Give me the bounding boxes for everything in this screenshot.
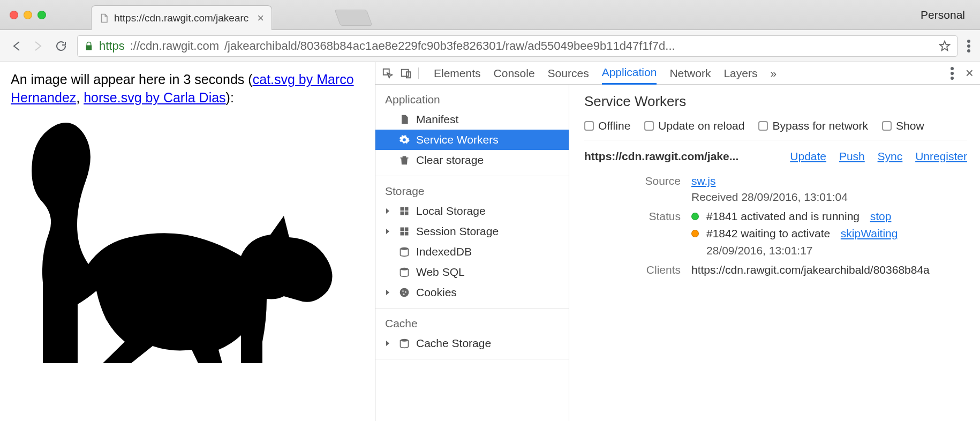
tab-network[interactable]: Network: [669, 63, 711, 84]
reload-button[interactable]: [55, 40, 67, 52]
sidebar-item-local-storage[interactable]: Local Storage: [375, 201, 569, 221]
application-sidebar: Application Manifest Service Workers Cle…: [375, 85, 569, 421]
url-path: /jakearchibald/80368b84ac1ae8e229fc90b3f…: [224, 39, 675, 53]
database-icon: [399, 246, 410, 257]
svg-point-1: [401, 268, 409, 270]
link-sw-source[interactable]: sw.js: [691, 175, 716, 187]
database-icon: [399, 267, 410, 277]
tabs-overflow-icon[interactable]: »: [770, 63, 777, 84]
device-toggle-icon[interactable]: [400, 67, 412, 79]
sidebar-item-manifest[interactable]: Manifest: [375, 109, 569, 130]
minimize-window-icon[interactable]: [24, 11, 32, 19]
sidebar-item-clear-storage[interactable]: Clear storage: [375, 150, 569, 170]
devtools-tabbar: Elements Console Sources Application Net…: [375, 62, 980, 85]
sidebar-section-application: Application: [375, 90, 569, 109]
devtools-menu-icon[interactable]: [951, 67, 954, 80]
label-status: Status: [584, 210, 691, 257]
action-sync[interactable]: Sync: [878, 150, 903, 162]
sidebar-section-cache: Cache: [375, 314, 569, 333]
sw-received: Received 28/09/2016, 13:01:04: [691, 191, 967, 204]
file-icon: [99, 12, 109, 24]
profile-label[interactable]: Personal: [921, 9, 965, 21]
action-unregister[interactable]: Unregister: [915, 150, 967, 162]
gear-icon: [399, 134, 410, 145]
service-workers-panel: Service Workers Offline Update on reload…: [569, 85, 980, 421]
forward-button: [32, 40, 45, 52]
svg-point-6: [401, 339, 409, 342]
action-update[interactable]: Update: [790, 150, 826, 162]
sidebar-item-session-storage[interactable]: Session Storage: [375, 221, 569, 242]
sidebar-item-websql[interactable]: Web SQL: [375, 262, 569, 282]
panel-title: Service Workers: [584, 93, 967, 110]
database-icon: [399, 338, 410, 349]
url-host: ://cdn.rawgit.com: [130, 39, 219, 53]
tab-layers[interactable]: Layers: [723, 63, 757, 84]
inspect-icon[interactable]: [382, 67, 394, 79]
cat-image: [11, 111, 364, 373]
action-push[interactable]: Push: [839, 150, 865, 162]
svg-point-0: [401, 247, 409, 250]
tab-elements[interactable]: Elements: [434, 63, 481, 84]
url-bar[interactable]: https://cdn.rawgit.com/jakearchibald/803…: [77, 35, 958, 57]
new-tab-button[interactable]: [335, 10, 373, 26]
sw-origin: https://cdn.rawgit.com/jake...: [584, 150, 780, 163]
page-content: An image will appear here in 3 seconds (…: [0, 62, 375, 421]
status-waiting-time: 28/09/2016, 13:01:17: [706, 244, 967, 257]
sidebar-item-service-workers[interactable]: Service Workers: [375, 130, 569, 150]
svg-point-3: [402, 290, 404, 292]
cookie-icon: [399, 287, 410, 298]
status-dot-orange-icon: [691, 230, 699, 237]
window-titlebar: https://cdn.rawgit.com/jakearc × Persona…: [0, 0, 980, 30]
trash-icon: [399, 155, 410, 166]
tab-application[interactable]: Application: [602, 62, 657, 85]
browser-tab[interactable]: https://cdn.rawgit.com/jakearc ×: [91, 5, 272, 30]
back-button[interactable]: [10, 40, 22, 52]
grid-icon: [399, 226, 410, 237]
action-skipwaiting[interactable]: skipWaiting: [841, 227, 898, 240]
svg-point-4: [405, 291, 406, 293]
sidebar-section-storage: Storage: [375, 182, 569, 201]
clients-url: https://cdn.rawgit.com/jakearchibald/803…: [691, 264, 967, 276]
tab-sources[interactable]: Sources: [548, 63, 589, 84]
chevron-right-icon[interactable]: [385, 341, 390, 346]
panel-options-row: Offline Update on reload Bypass for netw…: [584, 119, 967, 140]
chevron-right-icon[interactable]: [385, 229, 390, 234]
svg-point-5: [403, 294, 405, 295]
chevron-right-icon[interactable]: [385, 208, 390, 214]
tab-console[interactable]: Console: [494, 63, 535, 84]
checkbox-show[interactable]: Show: [882, 119, 924, 132]
grid-icon: [399, 206, 410, 216]
status-waiting: #1842 waiting to activate: [706, 227, 830, 240]
lock-icon: [84, 41, 94, 51]
action-stop[interactable]: stop: [870, 210, 892, 223]
devtools-close-icon[interactable]: ×: [966, 65, 974, 81]
status-dot-green-icon: [691, 213, 699, 220]
tab-title: https://cdn.rawgit.com/jakearc: [114, 12, 248, 24]
label-clients: Clients: [584, 264, 691, 276]
close-tab-icon[interactable]: ×: [257, 11, 264, 25]
page-text-prefix: An image will appear here in 3 seconds (: [11, 72, 253, 87]
browser-menu-icon[interactable]: [967, 40, 970, 52]
link-horse-svg[interactable]: horse.svg by Carla Dias: [84, 90, 225, 105]
traffic-lights: [10, 11, 46, 19]
sidebar-item-cache-storage[interactable]: Cache Storage: [375, 333, 569, 354]
label-source: Source: [584, 175, 691, 204]
sidebar-item-indexeddb[interactable]: IndexedDB: [375, 242, 569, 262]
browser-toolbar: https://cdn.rawgit.com/jakearchibald/803…: [0, 30, 980, 62]
svg-point-2: [400, 288, 409, 297]
bookmark-star-icon[interactable]: [939, 40, 951, 52]
maximize-window-icon[interactable]: [37, 11, 46, 19]
file-icon: [399, 114, 410, 125]
checkbox-bypass-network[interactable]: Bypass for network: [758, 119, 868, 132]
close-window-icon[interactable]: [10, 11, 18, 19]
devtools: Elements Console Sources Application Net…: [375, 62, 980, 421]
checkbox-offline[interactable]: Offline: [584, 119, 630, 132]
checkbox-update-on-reload[interactable]: Update on reload: [644, 119, 744, 132]
url-scheme: https: [99, 39, 125, 53]
chevron-right-icon[interactable]: [385, 290, 390, 295]
status-activated: #1841 activated and is running: [706, 210, 860, 223]
sidebar-item-cookies[interactable]: Cookies: [375, 282, 569, 303]
